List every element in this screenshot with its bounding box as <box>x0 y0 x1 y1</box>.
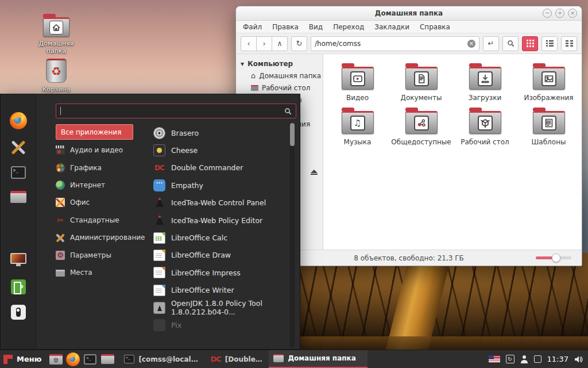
category-office[interactable]: Офис <box>56 194 152 211</box>
menu-file[interactable]: Файл <box>243 23 262 31</box>
app-icedtea-policy-editor[interactable]: IcedTea-Web Policy Editor <box>153 212 287 229</box>
clock[interactable]: 11:37 <box>547 355 568 363</box>
audio-video-icon <box>56 145 65 155</box>
logout-button[interactable] <box>11 279 26 294</box>
admin-tools-icon <box>56 233 65 242</box>
titlebar[interactable]: Домашняя папка − + × <box>236 6 582 21</box>
firefox-launcher[interactable] <box>64 350 82 368</box>
category-places[interactable]: Места <box>56 264 152 281</box>
sidebar-item-desktop[interactable]: Рабочий стол <box>236 82 323 94</box>
eject-icon[interactable] <box>311 170 318 175</box>
menu-go[interactable]: Переход <box>333 23 364 31</box>
location-bar[interactable]: × <box>311 36 479 51</box>
sidebar-item-home[interactable]: ⌂ Домашняя папка <box>236 70 323 82</box>
update-manager-icon[interactable]: ↻ <box>506 355 514 363</box>
enter-location-button[interactable]: ↵ <box>483 36 499 51</box>
folder-item-desktop[interactable]: Рабочий стол <box>453 105 517 146</box>
refresh-button[interactable]: ↻ <box>291 36 307 51</box>
up-button[interactable]: ∧ <box>272 36 288 51</box>
category-administration[interactable]: Администрирование <box>56 229 152 246</box>
house-icon <box>52 23 61 32</box>
back-button[interactable]: ‹ <box>241 36 257 51</box>
category-audio-video[interactable]: Аудио и видео <box>56 141 152 159</box>
search-button[interactable] <box>502 36 519 51</box>
close-button[interactable]: × <box>568 9 577 18</box>
app-libreoffice-impress[interactable]: LibreOffice Impress <box>153 264 287 281</box>
menu-button[interactable]: Меню <box>0 350 47 368</box>
volume-icon[interactable] <box>574 355 583 363</box>
maximize-button[interactable]: + <box>555 9 564 18</box>
desktop-icon-label: Домашняя папка <box>29 40 84 55</box>
app-cheese[interactable]: Cheese <box>153 141 287 159</box>
zoom-slider[interactable] <box>536 256 571 259</box>
folder-item-downloads[interactable]: Загрузки <box>453 61 517 102</box>
folder-item-pictures[interactable]: Изображения <box>517 61 581 102</box>
files-launcher[interactable] <box>10 191 26 203</box>
folder-item-video[interactable]: Видео <box>326 61 389 102</box>
app-empathy[interactable]: Empathy <box>153 177 287 194</box>
compact-view-button[interactable] <box>561 36 577 51</box>
folder-item-documents[interactable]: Документы <box>389 61 453 102</box>
category-internet[interactable]: Интернет <box>56 177 152 194</box>
window-button-home-folder-active[interactable]: Домашняя папка <box>269 350 368 368</box>
location-input[interactable] <box>315 40 467 48</box>
app-double-commander[interactable]: DC Double Commander <box>153 159 287 177</box>
menu-edit[interactable]: Правка <box>272 23 299 31</box>
menu-help[interactable]: Справка <box>420 23 450 31</box>
java-console-icon <box>153 302 165 314</box>
app-icedtea-control-panel[interactable]: IcedTea-Web Control Panel <box>153 194 287 212</box>
window-button-terminal[interactable]: >_ [comss@localhost... <box>119 350 206 368</box>
app-pix[interactable]: Pix <box>153 316 287 334</box>
app-libreoffice-calc[interactable]: LibreOffice Calc <box>153 229 287 246</box>
list-view-button[interactable] <box>541 36 558 51</box>
terminal-launcher[interactable]: >_ <box>11 166 26 179</box>
search-icon <box>507 40 514 47</box>
shutdown-button[interactable] <box>11 305 26 320</box>
desktop-icon-trash[interactable]: ♻ Корзина <box>29 59 84 93</box>
menu-view[interactable]: Вид <box>309 23 323 31</box>
category-accessories[interactable]: ✂ Стандартные <box>56 212 152 229</box>
clear-location-icon[interactable]: × <box>467 40 475 48</box>
tools-launcher[interactable] <box>10 139 26 155</box>
globe-icon <box>56 181 65 190</box>
folder-item-public[interactable]: Общедоступные <box>389 105 453 146</box>
sidebar-root-computer[interactable]: ▾ Компьютер <box>236 57 323 70</box>
category-graphics[interactable]: Графика <box>56 159 152 176</box>
slider-thumb[interactable] <box>552 254 560 262</box>
menu-scrollbar[interactable] <box>290 123 295 347</box>
tools-icon <box>10 139 26 155</box>
app-libreoffice-writer[interactable]: LibreOffice Writer <box>153 282 287 299</box>
desktop-icon-home[interactable]: Домашняя папка <box>29 17 84 55</box>
show-desktop-button[interactable] <box>47 350 64 368</box>
minimize-button[interactable]: − <box>543 9 552 18</box>
shutdown-icon <box>11 305 26 320</box>
icon-view-button[interactable] <box>522 36 538 51</box>
folder-item-music[interactable]: ♫ Музыка <box>326 105 389 146</box>
app-openjdk-policy-tool[interactable]: OpenJDK 1.8.0 Policy Tool 1.8.0.212.b04-… <box>153 299 287 316</box>
firefox-launcher[interactable] <box>10 112 27 129</box>
window-button-double-commander[interactable]: DC [Double Comman... <box>206 350 269 368</box>
menu-search-box[interactable] <box>56 103 296 118</box>
menu-bookmarks[interactable]: Закладки <box>374 23 409 31</box>
folder-icon <box>273 354 284 362</box>
folder-icon <box>405 111 438 134</box>
list-view-icon <box>546 40 554 47</box>
app-libreoffice-draw[interactable]: LibreOffice Draw <box>153 247 287 264</box>
scrollbar-thumb[interactable] <box>290 123 295 146</box>
folder-item-templates[interactable]: Шаблоны <box>517 105 581 146</box>
terminal-icon: >_ <box>124 355 134 363</box>
app-brasero[interactable]: Brasero <box>153 124 287 141</box>
lock-screen-button[interactable] <box>10 253 26 264</box>
terminal-launcher[interactable]: >_ <box>82 350 99 368</box>
folder-icon <box>469 111 501 134</box>
category-preferences[interactable]: ⚙ Параметры <box>56 246 152 263</box>
forward-button[interactable]: › <box>256 36 272 51</box>
window-title: Домашняя папка <box>236 9 582 17</box>
notifications-icon[interactable] <box>534 355 541 363</box>
user-applet-icon[interactable] <box>520 355 528 363</box>
expander-icon[interactable]: ▾ <box>241 60 244 68</box>
menu-search-input[interactable] <box>60 107 284 115</box>
category-all-applications[interactable]: Все приложения <box>56 124 133 140</box>
keyboard-layout-us-flag-icon[interactable] <box>489 355 500 363</box>
files-launcher[interactable] <box>99 350 116 368</box>
